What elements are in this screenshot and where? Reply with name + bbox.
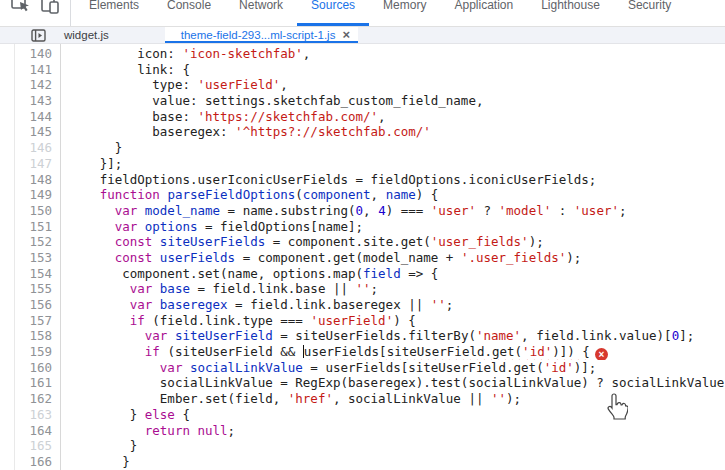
code-line-158[interactable]: 158 var siteUserField = siteUserFields.f… [0, 328, 725, 344]
code-line-145[interactable]: 145 baseregex: '^https?://sketchfab.com/… [0, 124, 725, 140]
code-text[interactable]: } [52, 140, 122, 156]
file-tab-active[interactable]: theme-field-293...ml-script-1.js× [165, 27, 358, 43]
code-text[interactable]: }]; [52, 156, 122, 172]
code-line-165[interactable]: 165 } [0, 438, 725, 454]
tab-security[interactable]: Security [614, 0, 685, 26]
code-text[interactable]: var options = fieldOptions[name]; [52, 219, 363, 235]
code-text[interactable]: link: { [52, 62, 190, 78]
inspect-element-icon[interactable] [6, 0, 36, 27]
code-line-150[interactable]: 150 var model_name = name.substring(0, 4… [0, 203, 725, 219]
code-line-163[interactable]: 163 } else { [0, 407, 725, 423]
code-line-147[interactable]: 147 }]; [0, 156, 725, 172]
line-number[interactable]: 166 [0, 454, 52, 470]
code-text[interactable]: var socialLinkValue = userFields[siteUse… [52, 360, 596, 376]
code-text[interactable]: component.set(name, options.map(field =>… [52, 266, 438, 282]
line-number[interactable]: 147 [0, 156, 52, 172]
code-text[interactable]: baseregex: '^https?://sketchfab.com/' [52, 124, 431, 140]
line-number[interactable]: 150 [0, 203, 52, 219]
line-number[interactable]: 144 [0, 109, 52, 125]
code-line-144[interactable]: 144 base: 'https://sketchfab.com/', [0, 109, 725, 125]
code-text[interactable]: fieldOptions.userIconicUserFields = fiel… [52, 172, 596, 188]
line-number[interactable]: 165 [0, 438, 52, 454]
show-navigator-icon[interactable] [28, 27, 48, 43]
code-text[interactable]: Ember.set(field, 'href', socialLinkValue… [52, 391, 521, 407]
code-line-140[interactable]: 140 icon: 'icon-sketchfab', [0, 46, 725, 62]
line-number[interactable]: 163 [0, 407, 52, 423]
code-line-164[interactable]: 164 return null; [0, 423, 725, 439]
code-text[interactable]: function parseFieldOptions(component, na… [52, 187, 438, 203]
tab-memory[interactable]: Memory [369, 0, 440, 26]
tab-sources[interactable]: Sources [297, 0, 369, 26]
code-line-148[interactable]: 148 fieldOptions.userIconicUserFields = … [0, 172, 725, 188]
tab-network[interactable]: Network [225, 0, 297, 26]
line-number[interactable]: 155 [0, 281, 52, 297]
code-text[interactable]: value: settings.sketchfab_custom_field_n… [52, 93, 483, 109]
code-line-151[interactable]: 151 var options = fieldOptions[name]; [0, 219, 725, 235]
code-text[interactable]: socialLinkValue = RegExp(baseregex).test… [52, 375, 724, 391]
tab-elements[interactable]: Elements [75, 0, 153, 26]
line-number[interactable]: 161 [0, 375, 52, 391]
code-text[interactable]: const userFields = component.get(model_n… [52, 250, 581, 266]
code-line-141[interactable]: 141 link: { [0, 62, 725, 78]
code-text[interactable]: var baseregex = field.link.baseregex || … [52, 297, 453, 313]
code-line-146[interactable]: 146 } [0, 140, 725, 156]
code-line-166[interactable]: 166 } [0, 454, 725, 470]
code-line-143[interactable]: 143 value: settings.sketchfab_custom_fie… [0, 93, 725, 109]
tab-lighthouse[interactable]: Lighthouse [527, 0, 614, 26]
code-text[interactable]: var siteUserField = siteUserFields.filte… [52, 328, 694, 344]
toggle-device-toolbar-icon[interactable] [36, 0, 66, 27]
line-number[interactable]: 158 [0, 328, 52, 344]
code-line-156[interactable]: 156 var baseregex = field.link.baseregex… [0, 297, 725, 313]
line-number[interactable]: 159 [0, 344, 52, 360]
code-text[interactable]: } [52, 438, 137, 454]
line-number[interactable]: 164 [0, 423, 52, 439]
code-text[interactable]: return null; [52, 423, 235, 439]
tab-console[interactable]: Console [153, 0, 225, 26]
line-number[interactable]: 148 [0, 172, 52, 188]
line-number[interactable]: 154 [0, 266, 52, 282]
code-line-161[interactable]: 161 socialLinkValue = RegExp(baseregex).… [0, 375, 725, 391]
code-text[interactable]: if (siteUserField && userFields[siteUser… [52, 344, 608, 360]
code-text[interactable]: const siteUserFields = component.site.ge… [52, 234, 544, 250]
line-number[interactable]: 151 [0, 219, 52, 235]
code-line-155[interactable]: 155 var base = field.link.base || ''; [0, 281, 725, 297]
code-line-149[interactable]: 149 function parseFieldOptions(component… [0, 187, 725, 203]
token: (field.link.type === [145, 313, 311, 328]
code-line-157[interactable]: 157 if (field.link.type === 'userField')… [0, 313, 725, 329]
line-number[interactable]: 153 [0, 250, 52, 266]
code-text[interactable]: icon: 'icon-sketchfab', [52, 46, 310, 62]
code-text[interactable]: } [52, 454, 130, 470]
line-number[interactable]: 156 [0, 297, 52, 313]
token: = field.link.base || [190, 281, 356, 296]
token: = userFields[siteUserField.get( [303, 360, 544, 375]
code-line-153[interactable]: 153 const userFields = component.get(mod… [0, 250, 725, 266]
line-number[interactable]: 142 [0, 77, 52, 93]
line-number[interactable]: 146 [0, 140, 52, 156]
code-text[interactable]: if (field.link.type === 'userField') { [52, 313, 416, 329]
line-number[interactable]: 149 [0, 187, 52, 203]
code-text[interactable]: type: 'userField', [52, 77, 288, 93]
line-number[interactable]: 152 [0, 234, 52, 250]
line-number[interactable]: 162 [0, 391, 52, 407]
code-editor[interactable]: 140 icon: 'icon-sketchfab',141 link: {14… [0, 44, 725, 470]
line-number[interactable]: 160 [0, 360, 52, 376]
code-text[interactable]: var model_name = name.substring(0, 4) ==… [52, 203, 627, 219]
code-line-162[interactable]: 162 Ember.set(field, 'href', socialLinkV… [0, 391, 725, 407]
code-text[interactable]: var base = field.link.base || ''; [52, 281, 378, 297]
tab-application[interactable]: Application [440, 0, 527, 26]
error-icon[interactable]: × [595, 348, 608, 360]
code-line-159[interactable]: 159 if (siteUserField && userFields[site… [0, 344, 725, 360]
code-line-142[interactable]: 142 type: 'userField', [0, 77, 725, 93]
line-number[interactable]: 157 [0, 313, 52, 329]
code-line-154[interactable]: 154 component.set(name, options.map(fiel… [0, 266, 725, 282]
code-line-152[interactable]: 152 const siteUserFields = component.sit… [0, 234, 725, 250]
close-icon[interactable]: × [342, 30, 350, 40]
line-number[interactable]: 143 [0, 93, 52, 109]
code-line-160[interactable]: 160 var socialLinkValue = userFields[sit… [0, 360, 725, 376]
code-text[interactable]: base: 'https://sketchfab.com/', [52, 109, 386, 125]
line-number[interactable]: 145 [0, 124, 52, 140]
line-number[interactable]: 141 [0, 62, 52, 78]
line-number[interactable]: 140 [0, 46, 52, 62]
file-tab-0[interactable]: widget.js [48, 27, 125, 43]
code-text[interactable]: } else { [52, 407, 190, 423]
